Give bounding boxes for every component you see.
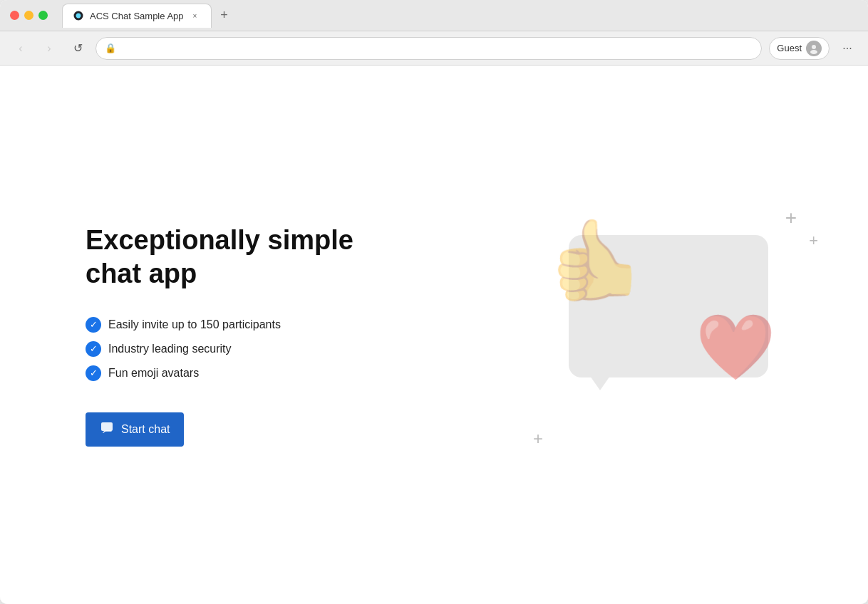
check-icon-1: ✓: [86, 317, 101, 333]
svg-point-3: [810, 50, 817, 54]
menu-dots-icon: ···: [842, 42, 852, 55]
tab-bar: ACS Chat Sample App × +: [62, 4, 858, 28]
headline: Exceptionally simple chat app: [86, 224, 353, 291]
thumbs-up-illustration: 👍: [547, 214, 645, 306]
maximize-button[interactable]: [38, 11, 48, 20]
feature-text-1: Easily invite up to 150 participants: [108, 318, 281, 331]
content-inner: Exceptionally simple chat app ✓ Easily i…: [0, 66, 868, 604]
close-button[interactable]: [10, 11, 19, 20]
new-tab-button[interactable]: +: [215, 6, 234, 26]
feature-item-3: ✓ Fun emoji avatars: [86, 365, 353, 381]
title-bar: ACS Chat Sample App × +: [0, 0, 868, 31]
illustration: + + 👍 ❤️ +: [526, 199, 825, 470]
lock-icon: 🔒: [105, 43, 116, 53]
minimize-button[interactable]: [24, 11, 33, 20]
browser-tab-active[interactable]: ACS Chat Sample App ×: [62, 4, 212, 28]
feature-text-3: Fun emoji avatars: [108, 367, 199, 380]
plus-icon-1: +: [785, 207, 797, 229]
plus-icon-3: +: [533, 429, 543, 449]
chat-bubble-illustration: 👍 ❤️: [569, 235, 768, 378]
tab-favicon: [73, 10, 84, 21]
plus-icon-2: +: [809, 231, 818, 250]
back-button[interactable]: ‹: [10, 38, 31, 59]
forward-button[interactable]: ›: [38, 38, 60, 59]
features-list: ✓ Easily invite up to 150 participants ✓…: [86, 317, 353, 381]
feature-text-2: Industry leading security: [108, 343, 232, 355]
browser-menu-button[interactable]: ···: [837, 38, 858, 59]
nav-bar: ‹ › ↺ 🔒 Guest ···: [0, 31, 868, 66]
page-content: Exceptionally simple chat app ✓ Easily i…: [0, 66, 868, 604]
check-icon-2: ✓: [86, 341, 101, 357]
avatar: [806, 41, 822, 56]
svg-rect-4: [101, 422, 113, 431]
headline-line1: Exceptionally simple: [86, 225, 353, 255]
feature-item-1: ✓ Easily invite up to 150 participants: [86, 317, 353, 333]
check-icon-3: ✓: [86, 365, 101, 381]
profile-label: Guest: [777, 43, 802, 53]
traffic-lights: [10, 11, 48, 20]
chat-icon: [100, 420, 114, 438]
browser-window: ACS Chat Sample App × + ‹ › ↺ 🔒 Guest: [0, 0, 868, 604]
heart-illustration: ❤️: [696, 310, 775, 385]
reload-icon: ↺: [73, 41, 83, 55]
feature-item-2: ✓ Industry leading security: [86, 341, 353, 357]
start-chat-label: Start chat: [121, 423, 170, 436]
start-chat-button[interactable]: Start chat: [86, 412, 184, 447]
tab-close-button[interactable]: ×: [190, 10, 201, 21]
svg-point-1: [78, 15, 79, 16]
left-section: Exceptionally simple chat app ✓ Easily i…: [86, 224, 353, 447]
tab-title: ACS Chat Sample App: [90, 11, 184, 21]
forward-icon: ›: [47, 42, 51, 55]
reload-button[interactable]: ↺: [67, 38, 88, 59]
headline-line2: chat app: [86, 259, 197, 288]
back-icon: ‹: [19, 42, 22, 55]
address-bar[interactable]: 🔒: [95, 37, 762, 60]
svg-point-2: [812, 45, 816, 49]
profile-button[interactable]: Guest: [769, 37, 830, 60]
